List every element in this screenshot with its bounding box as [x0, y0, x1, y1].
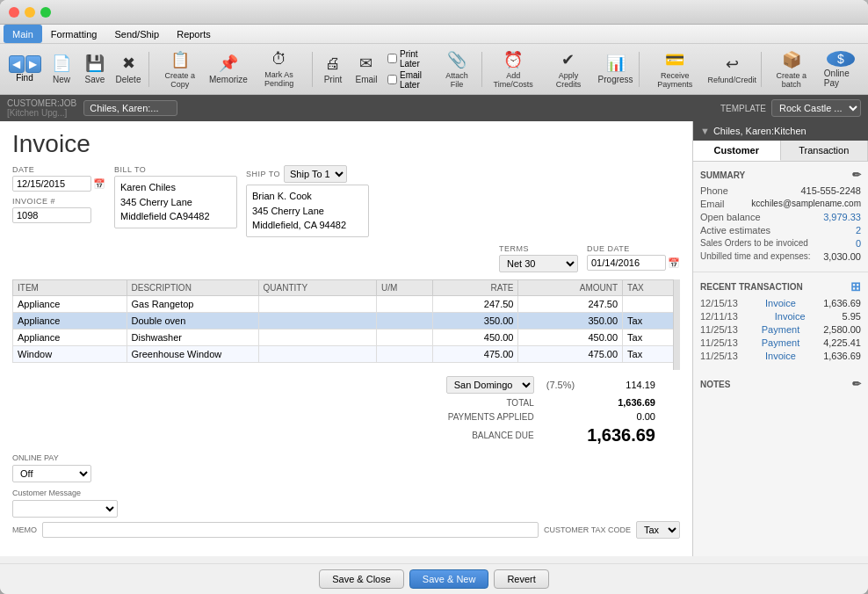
save-new-button[interactable]: Save & New [409, 569, 489, 589]
date-input[interactable] [12, 176, 91, 192]
date-invoice-col: DATE 📅 INVOICE # [12, 165, 105, 237]
save-button[interactable]: 💾 Save [79, 48, 111, 91]
new-button[interactable]: 📄 New [46, 48, 77, 91]
main-window: Main Formatting Send/Ship Reports ◀ ▶ Fi… [0, 0, 868, 594]
ship-to-line2: 345 Cherry Lane [252, 204, 363, 219]
calendar-icon[interactable]: 📅 [93, 178, 105, 190]
table-row[interactable]: Appliance Double oven 350.00 350.00 Tax [13, 313, 680, 330]
tax-code-select[interactable]: Tax [636, 521, 680, 539]
customer-message-select[interactable] [12, 500, 118, 518]
due-date-group: DUE DATE 📅 [587, 244, 680, 272]
menu-formatting[interactable]: Formatting [42, 25, 106, 43]
edit-summary-icon[interactable]: ✏ [852, 169, 861, 181]
invoice-title: Invoice [12, 130, 680, 158]
sep3 [481, 52, 482, 87]
menu-main[interactable]: Main [4, 25, 42, 43]
recent-transactions-section: RECENT TRANSACTION ⊞ 12/15/13 Invoice 1,… [693, 272, 868, 371]
payments-label: PAYMENTS APPLIED [441, 410, 539, 423]
customer-select[interactable]: Chiles, Karen:... [83, 100, 177, 116]
menu-reports[interactable]: Reports [168, 25, 220, 43]
phone-label: Phone [700, 185, 728, 196]
sidebar-customer-name: Chiles, Karen:Kitchen [713, 126, 807, 136]
col-tax: TAX [623, 280, 680, 296]
email-button[interactable]: ✉ Email [351, 48, 382, 91]
memorize-button[interactable]: 📌 Memorize [208, 48, 249, 91]
terms-select[interactable]: Net 30 [499, 255, 578, 272]
sidebar-header: ▼ Chiles, Karen:Kitchen [693, 121, 868, 141]
tax-location-select[interactable]: San Domingo [446, 376, 534, 394]
bill-to-group: BILL TO Karen Chiles 345 Cherry Lane Mid… [114, 165, 237, 237]
unbilled-row: Unbilled time and expenses: 3,030.00 [700, 251, 861, 262]
mark-pending-button[interactable]: ⏱ Mark As Pending [250, 48, 307, 91]
delete-button[interactable]: ✖ Delete [112, 48, 144, 91]
edit-notes-icon[interactable]: ✏ [852, 378, 861, 390]
balance-due-value: 1,636.69 [582, 424, 661, 446]
receive-payments-button[interactable]: 💳 Receive Payments [644, 48, 706, 91]
transaction-row: 12/15/13 Invoice 1,636.69 [700, 298, 861, 308]
minimize-button[interactable] [25, 7, 35, 18]
online-pay-select[interactable]: Off [12, 465, 91, 482]
print-later-checkbox[interactable]: Print Later [387, 49, 431, 69]
tab-customer[interactable]: Customer [693, 141, 781, 161]
close-button[interactable] [9, 7, 19, 18]
table-row[interactable]: Appliance Gas Rangetop 247.50 247.50 [13, 296, 680, 313]
progress-button[interactable]: 📊 Progress [597, 48, 634, 91]
email-later-checkbox[interactable]: Email Later [387, 70, 431, 90]
col-description: DESCRIPTION [127, 280, 258, 296]
tab-transaction[interactable]: Transaction [781, 141, 869, 161]
bill-to-label: BILL TO [114, 165, 237, 174]
revert-button[interactable]: Revert [494, 569, 548, 589]
memorize-icon: 📌 [219, 54, 238, 73]
prev-arrow[interactable]: ◀ [9, 55, 25, 73]
print-button[interactable]: 🖨 Print [317, 48, 349, 91]
refund-credit-button[interactable]: ↩ Refund/Credit [708, 48, 756, 91]
terms-label: TERMS [499, 244, 578, 253]
memo-row: MEMO CUSTOMER TAX CODE Tax [12, 518, 680, 542]
col-item: ITEM [13, 280, 127, 296]
tax-rate-cell: (7.5%) [541, 375, 580, 395]
titlebar [0, 0, 868, 25]
sales-orders-value[interactable]: 0 [856, 238, 861, 249]
due-date-calendar-icon[interactable]: 📅 [668, 257, 680, 269]
menu-send-ship[interactable]: Send/Ship [105, 25, 168, 43]
open-balance-label: Open balance [700, 212, 761, 222]
table-row[interactable]: Appliance Dishwasher 450.00 450.00 Tax [13, 330, 680, 346]
bill-to-line1: Karen Chiles [120, 180, 231, 195]
nav-arrows-icon: ◀ ▶ [9, 55, 41, 73]
next-arrow[interactable]: ▶ [25, 55, 41, 73]
create-copy-button[interactable]: 📋 Create a Copy [154, 48, 206, 91]
memo-input[interactable] [42, 522, 539, 538]
find-button[interactable]: ◀ ▶ Find [5, 48, 44, 91]
add-transaction-icon[interactable]: ⊞ [850, 279, 861, 293]
total-value: 1,636.69 [582, 396, 661, 409]
active-estimates-value[interactable]: 2 [856, 225, 861, 235]
table-row[interactable]: Window Greenhouse Window 475.00 475.00 T… [13, 346, 680, 363]
unbilled-label: Unbilled time and expenses: [700, 251, 811, 262]
bill-to-address[interactable]: Karen Chiles 345 Cherry Lane Middlefield… [114, 176, 237, 228]
line-items-container: ITEM DESCRIPTION QUANTITY U/M RATE AMOUN… [12, 279, 680, 370]
invoice-num-input[interactable] [12, 207, 91, 223]
maximize-button[interactable] [40, 7, 51, 18]
footer-buttons: Save & Close Save & New Revert [0, 563, 868, 594]
total-row: Total 1,636.69 [441, 396, 661, 409]
attach-file-button[interactable]: 📎 Attach File [437, 48, 476, 91]
balance-due-label: BALANCE DUE [441, 424, 539, 446]
apply-credits-button[interactable]: ✔ Apply Credits [542, 48, 595, 91]
online-pay-button[interactable]: $ Online Pay [819, 48, 863, 91]
summary-section: SUMMARY ✏ Phone 415-555-2248 Email kcchi… [693, 162, 868, 272]
create-batch-button[interactable]: 📦 Create a batch [766, 48, 817, 91]
payments-applied-row: PAYMENTS APPLIED 0.00 [441, 410, 661, 423]
template-select[interactable]: Rock Castle ... [771, 99, 861, 117]
ship-to-address[interactable]: Brian K. Cook 345 Cherry Lane Middlefiel… [246, 185, 369, 237]
add-time-costs-button[interactable]: ⏰ Add Time/Costs [486, 48, 540, 91]
open-balance-value[interactable]: 3,979.33 [823, 212, 861, 222]
tax-amount-cell: 114.19 [582, 375, 661, 395]
due-date-input[interactable] [587, 255, 666, 271]
table-scrollbar[interactable] [673, 279, 680, 370]
ship-to-select[interactable]: Ship To 1 [284, 165, 347, 183]
total-label: Total [441, 396, 539, 409]
terms-row: TERMS Net 30 DUE DATE 📅 [12, 244, 680, 272]
customer-header: CUSTOMER:JOB [Kitchen Upg...] Chiles, Ka… [0, 95, 868, 121]
ship-to-header: SHIP TO Ship To 1 [246, 165, 369, 183]
save-close-button[interactable]: Save & Close [319, 569, 404, 589]
